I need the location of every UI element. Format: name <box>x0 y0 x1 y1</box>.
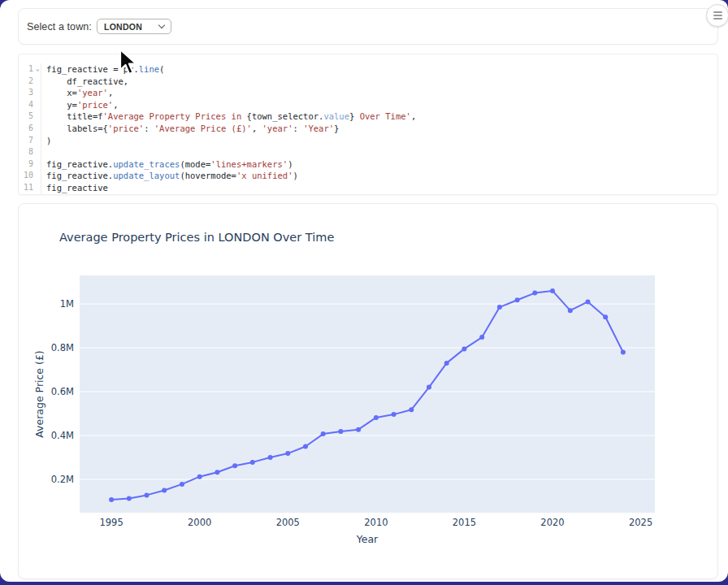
x-tick-label: 2005 <box>276 517 300 528</box>
code-text: y='price', <box>41 99 119 111</box>
code-line: 5 title=f'Average Property Prices in {to… <box>19 110 717 123</box>
data-point <box>303 444 308 449</box>
data-point <box>444 361 449 366</box>
code-text: fig_reactive <box>41 182 108 194</box>
data-point <box>214 470 219 474</box>
town-selector-value: LONDON <box>104 22 142 32</box>
line-number: 1 <box>19 63 33 76</box>
x-tick-label: 2015 <box>453 517 476 528</box>
data-point <box>127 496 132 501</box>
data-point <box>550 288 555 293</box>
line-number: 9 <box>19 158 33 171</box>
chart-output-card: Average Property Prices in LONDON Over T… <box>18 203 718 579</box>
data-point <box>568 308 573 313</box>
line-number: 7 <box>19 135 33 147</box>
data-point <box>250 460 255 465</box>
chevron-down-icon <box>158 22 165 28</box>
data-point <box>603 314 608 319</box>
code-text: fig_reactive.update_traces(mode='lines+m… <box>41 158 292 171</box>
x-tick-label: 1995 <box>99 517 123 528</box>
data-point <box>392 412 396 417</box>
town-selector-label: Select a town: <box>27 21 92 32</box>
mouse-cursor-icon <box>119 49 140 76</box>
code-text: fig_reactive = px.line( <box>41 63 164 76</box>
data-point <box>409 407 414 412</box>
code-text: df_reactive, <box>41 76 128 88</box>
code-text: ) <box>41 135 51 147</box>
data-point <box>515 297 520 302</box>
code-text: fig_reactive.update_layout(hovermode='x … <box>41 170 298 182</box>
data-point <box>162 488 167 493</box>
line-number: 4 <box>19 99 33 111</box>
data-point <box>197 474 202 479</box>
x-tick-label: 2020 <box>540 517 564 528</box>
data-point <box>285 451 290 456</box>
data-point <box>621 350 626 355</box>
code-line: 9fig_reactive.update_traces(mode='lines+… <box>19 158 717 171</box>
data-point <box>268 455 273 460</box>
code-text: labels={'price': 'Average Price (£)', 'y… <box>41 123 339 135</box>
code-line: 11fig_reactive <box>19 182 717 194</box>
property-price-chart[interactable]: 19952000200520102015202020250.2M0.4M0.6M… <box>19 204 717 578</box>
menu-button[interactable] <box>706 4 728 27</box>
data-point <box>532 291 537 296</box>
data-point <box>109 497 114 502</box>
line-number: 11 <box>19 182 33 194</box>
data-point <box>356 427 361 432</box>
data-point <box>145 492 150 497</box>
data-point <box>586 299 591 304</box>
data-point <box>462 346 466 351</box>
code-line: 6 labels={'price': 'Average Price (£)', … <box>19 123 717 135</box>
code-line: 2 df_reactive, <box>19 76 717 88</box>
x-tick-label: 2010 <box>364 517 388 528</box>
data-point <box>321 431 326 436</box>
data-point <box>180 482 184 487</box>
data-point <box>374 415 379 420</box>
line-number: 2 <box>19 76 33 88</box>
code-line: 10fig_reactive.update_layout(hovermode='… <box>19 170 717 182</box>
x-axis-title: Year <box>356 533 379 545</box>
y-tick-label: 0.4M <box>51 430 74 441</box>
code-text <box>41 146 46 158</box>
notebook-page: Select a town: LONDON 1⌄fig_reactive = p… <box>0 0 728 582</box>
code-line: 7) <box>19 135 717 147</box>
y-axis-title: Average Price (£) <box>33 350 46 437</box>
town-selector[interactable]: LONDON <box>97 19 171 34</box>
code-line: 4 y='price', <box>19 99 717 111</box>
data-point <box>497 305 502 310</box>
data-point <box>479 335 484 340</box>
code-line: 8 <box>19 146 717 158</box>
line-number: 5 <box>19 110 33 123</box>
data-point <box>427 385 431 390</box>
x-tick-label: 2025 <box>629 517 652 528</box>
line-number: 3 <box>19 87 33 99</box>
y-tick-label: 0.2M <box>51 474 74 485</box>
town-widget-card: Select a town: LONDON <box>18 8 718 45</box>
y-tick-label: 0.6M <box>51 386 74 397</box>
y-tick-label: 1M <box>60 298 74 310</box>
data-point <box>338 429 343 434</box>
y-tick-label: 0.8M <box>51 342 74 353</box>
code-text: title=f'Average Property Prices in {town… <box>41 110 416 123</box>
line-number: 10 <box>19 170 33 182</box>
hamburger-icon <box>713 11 722 20</box>
fold-arrow-icon[interactable]: ⌄ <box>36 63 40 76</box>
x-tick-label: 2000 <box>188 517 211 528</box>
line-number: 8 <box>19 146 33 158</box>
code-text: x='year', <box>41 87 113 99</box>
line-number: 6 <box>19 123 33 135</box>
data-point <box>232 463 237 468</box>
code-line: 3 x='year', <box>19 87 717 99</box>
